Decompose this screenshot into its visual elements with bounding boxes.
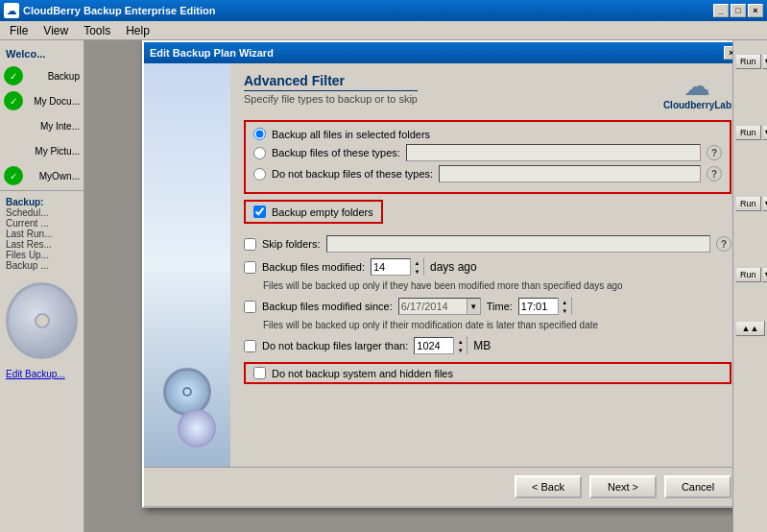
minimize-btn[interactable]: _ [713, 4, 729, 17]
sidebar-item-backup4[interactable]: My Pictu... [0, 138, 84, 163]
not-these-types-input[interactable] [439, 165, 701, 182]
radio-not-these-types-label: Do not backup files of these types: [272, 168, 433, 180]
sidebar-label-4: My Pictu... [35, 146, 80, 157]
backup-modified-since-hint: Files will be backed up only if their mo… [244, 319, 731, 331]
skip-folders-input[interactable] [326, 235, 710, 253]
next-button[interactable]: Next > [589, 475, 657, 498]
days-spin-up[interactable]: ▲ [411, 258, 423, 267]
backup-empty-folders-checkbox[interactable] [253, 206, 266, 218]
radio-not-these-types[interactable] [253, 168, 266, 181]
sidebar-item-backup3[interactable]: My Inte... [0, 113, 84, 138]
size-spin-up[interactable]: ▲ [454, 337, 467, 346]
menu-help[interactable]: Help [118, 22, 157, 39]
run-btn-row: Run ▼ Run ▼ Run ▼ Run ▼ ▲▲ [735, 44, 765, 336]
run-btn-2[interactable]: Run [735, 125, 761, 140]
back-button[interactable]: < Back [515, 475, 582, 498]
hint-btn-1[interactable]: ? [707, 145, 722, 160]
run-btn-1[interactable]: Run [735, 54, 761, 69]
run-btn-group-2: Run ▼ [735, 125, 765, 140]
maximize-btn[interactable]: □ [731, 4, 746, 17]
run-btn-4[interactable]: Run [735, 267, 761, 282]
dialog: Edit Backup Plan Wizard × [142, 40, 732, 508]
no-larger-checkbox[interactable] [244, 340, 256, 352]
menu-file[interactable]: File [2, 22, 36, 39]
days-spin-down[interactable]: ▼ [411, 267, 423, 276]
right-panel: Run ▼ Run ▼ Run ▼ Run ▼ ▲▲ [732, 40, 767, 532]
dialog-close-btn[interactable]: × [724, 46, 732, 60]
date-input[interactable] [399, 301, 467, 312]
no-system-hidden-box: Do not backup system and hidden files [244, 362, 731, 384]
window-controls: _ □ × [713, 4, 763, 17]
cd-icon [6, 282, 78, 359]
days-suffix-label: days ago [430, 260, 477, 274]
sidebar-status-icon-5: ✓ [4, 166, 23, 185]
dialog-section-subtitle: Specify file types to backup or to skip [244, 93, 418, 105]
form-section: Backup all files in selected folders Bac… [244, 120, 731, 384]
radio-group-box: Backup all files in selected folders Bac… [244, 120, 731, 194]
info-backup: Backup: [6, 197, 78, 207]
modal-overlay: Edit Backup Plan Wizard × [84, 40, 732, 532]
time-spin-arrows: ▲ ▼ [558, 298, 571, 315]
days-value-input[interactable] [372, 261, 410, 273]
time-spin-up[interactable]: ▲ [559, 298, 571, 306]
skip-folders-checkbox[interactable] [244, 238, 256, 251]
sidebar-item-backup5[interactable]: ✓ MyOwn... [0, 163, 84, 188]
backup-modified-since-row: Backup files modified since: ▼ Time: ▲ [244, 298, 731, 315]
skip-folders-label: Skip folders: [262, 238, 321, 250]
radio-all-files[interactable] [253, 128, 266, 140]
cloud-logo-icon: ☁ [683, 73, 710, 100]
sidebar-label-3: My Inte... [40, 121, 80, 132]
center-area: Edit Backup Plan Wizard × [84, 40, 732, 532]
run-btn-3[interactable]: Run [735, 196, 761, 211]
sidebar-label-5: MyOwn... [39, 171, 80, 181]
sidebar: Welco... ✓ Backup ✓ My Docu... My Inte..… [0, 40, 84, 532]
expand-btn[interactable]: ▲▲ [735, 321, 765, 336]
date-dropdown-arrow[interactable]: ▼ [467, 299, 480, 314]
run-dropdown-1[interactable]: ▼ [762, 54, 767, 69]
logo-text: CloudberryLab [663, 100, 731, 110]
size-spin-input: ▲ ▼ [414, 337, 467, 354]
menu-tools[interactable]: Tools [76, 22, 118, 39]
run-dropdown-4[interactable]: ▼ [762, 267, 767, 282]
sidebar-item-backup1[interactable]: ✓ Backup [0, 63, 84, 88]
no-larger-label: Do not backup files larger than: [262, 340, 408, 351]
these-types-input[interactable] [406, 144, 701, 161]
size-spin-down[interactable]: ▼ [454, 346, 467, 354]
hint-btn-3[interactable]: ? [716, 236, 731, 252]
sidebar-status-icon-1: ✓ [4, 66, 23, 85]
hint-btn-2[interactable]: ? [707, 166, 722, 181]
dialog-content: Advanced Filter Specify file types to ba… [230, 63, 732, 467]
info-current: Current ... [6, 218, 78, 229]
time-spin-input: ▲ ▼ [518, 298, 572, 315]
date-combo: ▼ [398, 298, 481, 315]
close-app-btn[interactable]: × [748, 4, 763, 17]
no-system-hidden-checkbox[interactable] [253, 367, 266, 379]
menu-bar: File View Tools Help [0, 21, 767, 40]
time-value-input[interactable] [519, 301, 558, 312]
radio-these-types[interactable] [253, 147, 266, 159]
dialog-title: Edit Backup Plan Wizard [150, 47, 274, 59]
radio-row-3: Do not backup files of these types: ? [253, 165, 722, 182]
backup-modified-checkbox[interactable] [244, 261, 256, 274]
mb-suffix-label: MB [473, 339, 491, 352]
logo-container: ☁ CloudberryLab [663, 73, 731, 110]
run-btn-group-1: Run ▼ [735, 54, 765, 69]
no-system-hidden-row: Do not backup system and hidden files [244, 362, 731, 384]
backup-modified-since-checkbox[interactable] [244, 301, 256, 313]
cd-graphic-area [0, 275, 84, 367]
expand-btn-group: ▲▲ [735, 321, 765, 336]
run-dropdown-2[interactable]: ▼ [762, 125, 767, 140]
radio-all-files-label: Backup all files in selected folders [272, 129, 430, 140]
run-dropdown-3[interactable]: ▼ [762, 196, 767, 211]
size-spin-arrows: ▲ ▼ [453, 337, 467, 354]
menu-view[interactable]: View [36, 22, 76, 39]
backup-modified-label: Backup files modified: [262, 261, 365, 273]
dialog-footer: < Back Next > Cancel [144, 467, 732, 506]
no-larger-than-row: Do not backup files larger than: ▲ ▼ MB [244, 337, 731, 354]
edit-backup-link[interactable]: Edit Backup... [0, 367, 84, 381]
size-value-input[interactable] [415, 340, 453, 351]
time-spin-down[interactable]: ▼ [559, 306, 571, 315]
backup-empty-folders-label: Backup empty folders [272, 206, 373, 218]
cancel-button[interactable]: Cancel [664, 475, 731, 498]
sidebar-item-backup2[interactable]: ✓ My Docu... [0, 88, 84, 113]
